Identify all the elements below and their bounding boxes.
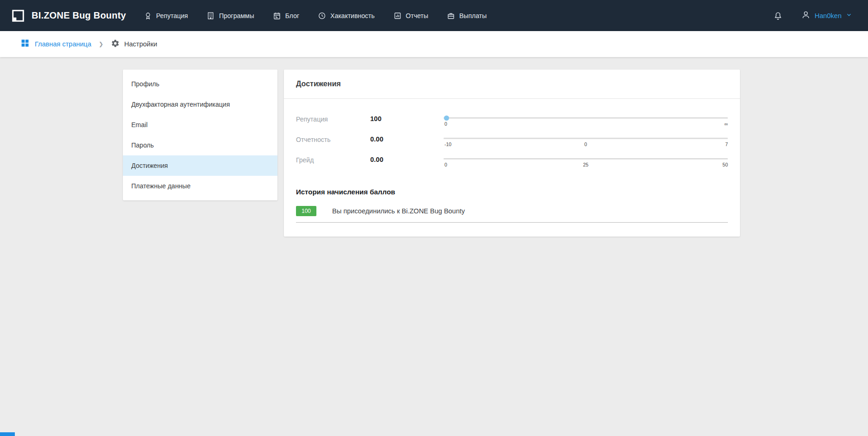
tick-min: 0 xyxy=(444,121,447,127)
notifications-bell-icon[interactable] xyxy=(773,11,783,20)
user-menu[interactable]: Han0ken xyxy=(801,10,852,21)
tick-min: 0 xyxy=(444,162,447,167)
sidebar-item-label: Email xyxy=(131,121,148,128)
main-content: Профиль Двухфакторная аутентификация Ema… xyxy=(0,57,868,436)
metric-value: 100 xyxy=(370,114,444,122)
dashboard-grid-icon xyxy=(20,38,30,50)
page-bottom-accent xyxy=(0,432,15,436)
breadcrumb: Главная страница ❯ Настройки xyxy=(0,31,868,57)
tick-mid: 25 xyxy=(583,162,589,167)
reputation-slider: 0 ∞ xyxy=(444,114,728,128)
breadcrumb-home-link[interactable]: Главная страница xyxy=(20,38,91,50)
nav-item-label: Репутация xyxy=(156,12,188,19)
nav-item-label: Блог xyxy=(285,12,299,19)
slider-track xyxy=(444,138,728,139)
programs-icon xyxy=(206,12,215,20)
reports-icon xyxy=(393,12,402,20)
slider-handle[interactable] xyxy=(444,115,449,121)
sidebar-item-profile[interactable]: Профиль xyxy=(123,74,277,94)
metric-row-grade: Грейд 0.00 0 25 50 xyxy=(296,154,728,168)
nav-items: Репутация Программы Блог xyxy=(144,12,487,20)
achievements-panel: Достижения Репутация 100 0 ∞ Отчетность … xyxy=(284,70,740,237)
metric-label: Репутация xyxy=(296,114,370,123)
slider-track xyxy=(444,158,728,160)
metric-row-reporting: Отчетность 0.00 -10 0 7 xyxy=(296,134,728,148)
metric-value: 0.00 xyxy=(370,154,444,163)
sidebar-item-two-factor[interactable]: Двухфакторная аутентификация xyxy=(123,94,277,115)
sidebar-item-achievements[interactable]: Достижения xyxy=(123,155,277,176)
sidebar-item-label: Пароль xyxy=(131,141,154,149)
achievements-header: Достижения xyxy=(284,70,740,99)
nav-item-label: Хакактивность xyxy=(330,12,375,19)
top-navbar: BI.ZONE Bug Bounty Репутация Программы xyxy=(0,0,868,31)
chevron-down-icon xyxy=(846,12,852,20)
sidebar-item-payment-details[interactable]: Платежные данные xyxy=(123,176,277,196)
nav-item-blog[interactable]: Блог xyxy=(273,12,299,20)
sidebar-item-label: Профиль xyxy=(131,80,159,88)
sidebar-item-label: Двухфакторная аутентификация xyxy=(131,101,230,108)
sidebar-item-email[interactable]: Email xyxy=(123,115,277,135)
nav-item-reputation[interactable]: Репутация xyxy=(144,12,188,20)
reporting-slider: -10 0 7 xyxy=(444,134,728,148)
panel-title: Достижения xyxy=(296,80,341,88)
grade-slider: 0 25 50 xyxy=(444,154,728,168)
breadcrumb-separator-icon: ❯ xyxy=(99,41,103,47)
brand-title: BI.ZONE Bug Bounty xyxy=(32,10,126,21)
history-entry-text: Вы присоединились к Bi.ZONE Bug Bounty xyxy=(332,207,465,215)
metric-label: Отчетность xyxy=(296,134,370,143)
reputation-icon xyxy=(144,12,152,20)
nav-item-hackactivity[interactable]: Хакактивность xyxy=(318,12,375,20)
metric-label: Грейд xyxy=(296,154,370,164)
tick-max: ∞ xyxy=(725,121,728,127)
nav-item-label: Программы xyxy=(219,12,254,19)
settings-menu: Профиль Двухфакторная аутентификация Ema… xyxy=(123,70,277,200)
points-badge: 100 xyxy=(296,206,316,216)
sidebar-item-label: Платежные данные xyxy=(131,182,191,190)
breadcrumb-current: Настройки xyxy=(111,39,157,50)
payouts-icon xyxy=(447,12,455,20)
metrics-section: Репутация 100 0 ∞ Отчетность 0.00 -10 0 … xyxy=(284,99,740,178)
username: Han0ken xyxy=(815,12,842,19)
brand[interactable]: BI.ZONE Bug Bounty xyxy=(10,8,126,24)
nav-item-payouts[interactable]: Выплаты xyxy=(447,12,487,20)
slider-track xyxy=(444,117,728,119)
tick-max: 50 xyxy=(722,162,728,167)
metric-value: 0.00 xyxy=(370,134,444,143)
sidebar-item-password[interactable]: Пароль xyxy=(123,135,277,155)
history-title: История начисления баллов xyxy=(284,178,740,196)
nav-item-reports[interactable]: Отчеты xyxy=(393,12,428,20)
nav-item-label: Выплаты xyxy=(459,12,487,19)
nav-item-programs[interactable]: Программы xyxy=(206,12,254,20)
history-entry: 100 Вы присоединились к Bi.ZONE Bug Boun… xyxy=(296,206,728,223)
tick-min: -10 xyxy=(444,141,451,147)
breadcrumb-home-label: Главная страница xyxy=(35,40,91,48)
nav-item-label: Отчеты xyxy=(406,12,428,19)
gear-icon xyxy=(111,39,120,50)
bizone-logo-icon xyxy=(10,8,26,24)
user-icon xyxy=(801,10,810,21)
metric-row-reputation: Репутация 100 0 ∞ xyxy=(296,114,728,128)
tick-mid: 0 xyxy=(585,141,587,147)
hackactivity-icon xyxy=(318,12,326,20)
blog-icon xyxy=(273,12,281,20)
navbar-right: Han0ken xyxy=(773,10,852,21)
breadcrumb-current-label: Настройки xyxy=(124,40,157,48)
tick-max: 7 xyxy=(725,141,728,147)
sidebar-item-label: Достижения xyxy=(131,162,168,169)
